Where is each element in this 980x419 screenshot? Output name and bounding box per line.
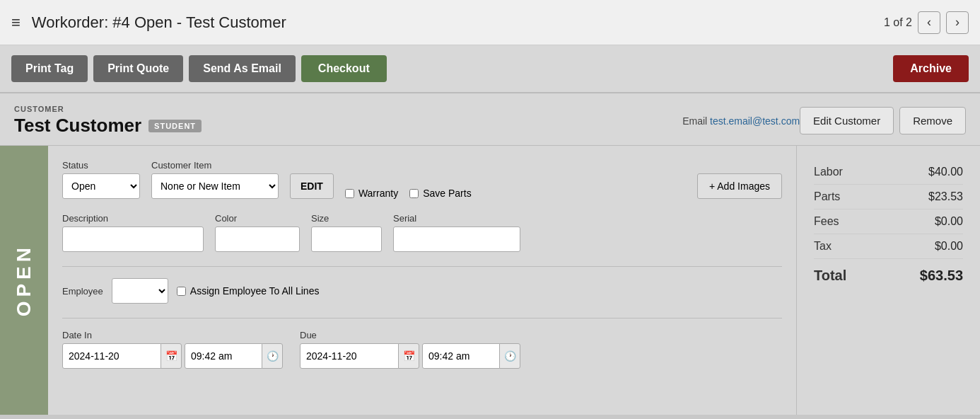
customer-item-select[interactable]: None or New Item: [151, 173, 279, 199]
customer-info: CUSTOMER Test Customer STUDENT: [14, 105, 640, 137]
color-group: Color: [215, 213, 300, 252]
customer-email-link[interactable]: test.email@test.com: [710, 115, 800, 127]
edit-customer-button[interactable]: Edit Customer: [800, 107, 894, 134]
serial-input[interactable]: [393, 226, 520, 252]
status-group: Status Open: [62, 160, 140, 199]
assign-employee-checkbox[interactable]: [177, 287, 186, 296]
form-row-2: Description Color Size Serial: [62, 213, 782, 252]
next-page-button[interactable]: ›: [946, 11, 969, 34]
fees-row: Fees $0.00: [814, 210, 963, 234]
due-date-input[interactable]: [300, 343, 399, 369]
archive-button[interactable]: Archive: [893, 55, 969, 82]
tax-value: $0.00: [935, 240, 963, 253]
description-group: Description: [62, 213, 204, 252]
customer-name: Test Customer: [14, 115, 141, 137]
due-date-input-wrap: 📅: [300, 343, 419, 369]
date-in-input[interactable]: [62, 343, 161, 369]
add-images-button[interactable]: + Add Images: [697, 173, 782, 199]
warranty-checkbox[interactable]: [345, 189, 354, 198]
summary-panel: Labor $40.00 Parts $23.53 Fees $0.00 Tax…: [796, 146, 980, 415]
warranty-label: Warranty: [358, 188, 398, 199]
labor-row: Labor $40.00: [814, 160, 963, 185]
total-row: Total $63.53: [814, 259, 963, 284]
customer-actions: Edit Customer Remove: [800, 107, 966, 134]
employee-select-wrap: [112, 278, 168, 304]
save-parts-label: Save Parts: [423, 188, 471, 199]
assign-employee-label: Assign Employee To All Lines: [190, 285, 320, 297]
status-select[interactable]: Open: [62, 173, 140, 199]
time-in-input-wrap: 🕐: [185, 343, 283, 369]
edit-item-button[interactable]: EDIT: [290, 173, 334, 199]
parts-label: Parts: [814, 190, 840, 203]
total-value: $63.53: [920, 268, 963, 284]
color-label: Color: [215, 213, 300, 224]
total-label: Total: [814, 268, 846, 284]
customer-email-area: Email test.email@test.com: [682, 115, 800, 127]
labor-value: $40.00: [928, 166, 963, 178]
prev-page-button[interactable]: ‹: [918, 11, 940, 34]
parts-value: $23.53: [928, 190, 963, 203]
customer-section-label: CUSTOMER: [14, 105, 640, 113]
employee-select[interactable]: [112, 278, 168, 304]
date-in-calendar-icon[interactable]: 📅: [161, 343, 182, 369]
size-input[interactable]: [311, 226, 382, 252]
hamburger-icon[interactable]: ≡: [11, 13, 21, 32]
assign-employee-group: Assign Employee To All Lines: [177, 285, 320, 297]
due-group: Due 📅 🕐: [300, 330, 520, 369]
employee-label: Employee: [62, 286, 103, 297]
open-text: OPEN: [13, 243, 35, 316]
due-calendar-icon[interactable]: 📅: [398, 343, 419, 369]
remove-customer-button[interactable]: Remove: [899, 107, 966, 134]
form-row-4: Date In 📅 🕐 Due 📅: [62, 330, 782, 369]
print-quote-button[interactable]: Print Quote: [93, 55, 183, 82]
page-info: 1 of 2: [884, 16, 912, 29]
tax-row: Tax $0.00: [814, 234, 963, 259]
time-in-clock-icon[interactable]: 🕐: [262, 343, 283, 369]
customer-item-label: Customer Item: [151, 160, 279, 171]
fees-label: Fees: [814, 215, 839, 228]
divider-1: [62, 266, 782, 267]
open-label-panel: OPEN: [0, 146, 48, 415]
save-parts-group: Save Parts: [409, 188, 471, 199]
due-time-input-wrap: 🕐: [422, 343, 520, 369]
size-label: Size: [311, 213, 382, 224]
description-label: Description: [62, 213, 204, 224]
serial-label: Serial: [393, 213, 520, 224]
time-in-input[interactable]: [185, 343, 262, 369]
warranty-group: Warranty: [345, 188, 398, 199]
fees-value: $0.00: [935, 215, 963, 228]
form-row-3: Employee Assign Employee To All Lines: [62, 278, 782, 304]
print-tag-button[interactable]: Print Tag: [11, 55, 88, 82]
labor-label: Labor: [814, 166, 843, 178]
student-badge: STUDENT: [148, 120, 202, 132]
date-in-input-wrap: 📅: [62, 343, 182, 369]
send-as-email-button[interactable]: Send As Email: [189, 55, 296, 82]
toolbar: Print Tag Print Quote Send As Email Chec…: [0, 45, 980, 93]
divider-2: [62, 318, 782, 318]
main-content: OPEN Status Open Customer Item None or N…: [0, 146, 980, 415]
save-parts-checkbox[interactable]: [409, 189, 419, 198]
status-label: Status: [62, 160, 140, 171]
date-in-group: Date In 📅 🕐: [62, 330, 283, 369]
due-time-clock-icon[interactable]: 🕐: [499, 343, 520, 369]
color-input[interactable]: [215, 226, 300, 252]
email-prefix: Email: [682, 115, 707, 127]
form-row-1: Status Open Customer Item None or New It…: [62, 160, 782, 199]
customer-section: CUSTOMER Test Customer STUDENT Email tes…: [0, 93, 980, 146]
checkout-button[interactable]: Checkout: [301, 55, 387, 82]
page-title: Workorder: #4 Open - Test Customer: [32, 13, 286, 32]
date-in-label: Date In: [62, 330, 283, 340]
customer-item-group: Customer Item None or New Item: [151, 160, 279, 199]
description-input[interactable]: [62, 226, 204, 252]
work-area: Status Open Customer Item None or New It…: [48, 146, 796, 415]
tax-label: Tax: [814, 240, 832, 253]
due-time-input[interactable]: [422, 343, 500, 369]
top-bar: ≡ Workorder: #4 Open - Test Customer 1 o…: [0, 0, 980, 45]
parts-row: Parts $23.53: [814, 185, 963, 210]
serial-group: Serial: [393, 213, 520, 252]
due-label: Due: [300, 330, 520, 340]
size-group: Size: [311, 213, 382, 252]
